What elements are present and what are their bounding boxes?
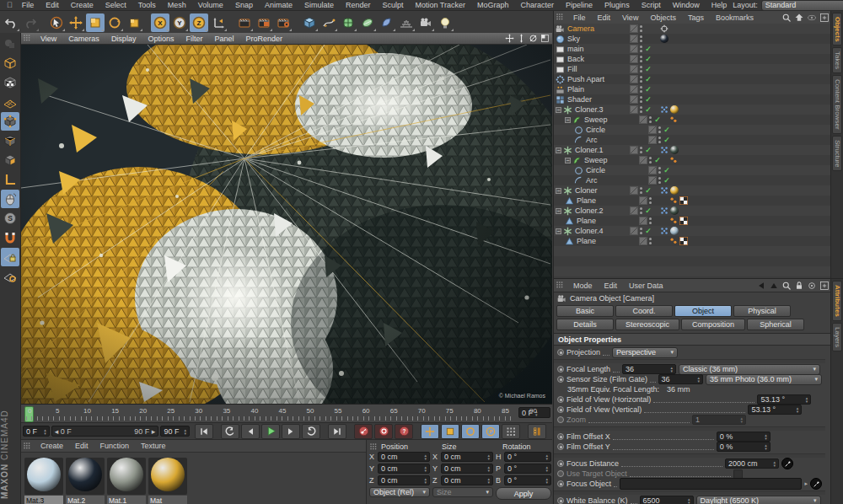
object-row-cloner[interactable]: −Cloner✓ bbox=[554, 185, 831, 196]
visibility-toggles[interactable] bbox=[640, 25, 642, 32]
nav-back-icon[interactable] bbox=[756, 281, 766, 291]
attr-value-field[interactable]: 53.13 °▴▾ bbox=[748, 405, 802, 415]
pan-view[interactable] bbox=[505, 34, 514, 43]
viewport-menu-display[interactable]: Display bbox=[105, 35, 142, 43]
zoom-view[interactable] bbox=[517, 34, 526, 43]
material-tag[interactable] bbox=[670, 186, 679, 195]
tag-checker[interactable] bbox=[679, 217, 688, 225]
keying-help-button[interactable]: ? bbox=[395, 424, 413, 439]
enable-toggle[interactable]: ✓ bbox=[663, 136, 671, 144]
menu-edit[interactable]: Edit bbox=[40, 1, 65, 9]
focus-object-field[interactable] bbox=[620, 478, 802, 490]
end-frame-field[interactable]: 90 F▴▾ bbox=[160, 426, 190, 437]
material-tag[interactable] bbox=[670, 146, 679, 154]
menu-file[interactable]: File bbox=[16, 1, 40, 9]
anim-dot-icon[interactable] bbox=[557, 406, 564, 413]
attr-menu-user-data[interactable]: User Data bbox=[623, 281, 669, 290]
tag-dots[interactable] bbox=[669, 156, 678, 164]
enable-toggle[interactable]: ✓ bbox=[663, 126, 671, 134]
om-menu-objects[interactable]: Objects bbox=[644, 13, 682, 22]
menu-mograph[interactable]: MoGraph bbox=[471, 1, 515, 9]
toggle-view[interactable] bbox=[540, 34, 550, 43]
texture-mode-button[interactable] bbox=[1, 73, 19, 92]
prev-frame-button[interactable] bbox=[241, 424, 260, 439]
visibility-toggles[interactable] bbox=[640, 106, 642, 113]
key-parameter-button[interactable]: P bbox=[481, 424, 500, 439]
enable-toggle[interactable]: ✓ bbox=[644, 186, 652, 195]
material-tag[interactable] bbox=[670, 105, 679, 114]
ram-player-button[interactable] bbox=[528, 424, 546, 439]
menu-snap[interactable]: Snap bbox=[229, 1, 259, 9]
material-menu-edit[interactable]: Edit bbox=[69, 442, 94, 450]
material-item[interactable]: Mat bbox=[148, 456, 187, 504]
menu-tools[interactable]: Tools bbox=[132, 1, 162, 9]
tag-dots[interactable] bbox=[669, 217, 678, 225]
add-subdivision-button[interactable] bbox=[339, 13, 357, 32]
layer-toggle[interactable] bbox=[639, 217, 647, 225]
material-tag[interactable] bbox=[660, 35, 668, 43]
visibility-toggles[interactable] bbox=[640, 187, 642, 194]
object-row-shader[interactable]: Shader✓ bbox=[554, 94, 831, 105]
om-menu-file[interactable]: File bbox=[567, 13, 592, 22]
layer-toggle[interactable] bbox=[630, 146, 638, 154]
object-row-cloner-3[interactable]: −Cloner.3✓ bbox=[554, 105, 831, 115]
menu-volume[interactable]: Volume bbox=[192, 1, 229, 9]
coord-rotation-b-field[interactable]: 0 °▴▾ bbox=[504, 475, 551, 485]
live-selection-button[interactable] bbox=[47, 13, 66, 32]
stepper-icon[interactable]: ▴▾ bbox=[774, 460, 776, 467]
anim-dot-icon[interactable] bbox=[557, 349, 564, 356]
stepper-icon[interactable]: ▴▾ bbox=[424, 453, 427, 460]
tag-target[interactable] bbox=[660, 24, 668, 33]
layer-toggle[interactable] bbox=[630, 45, 638, 53]
visibility-toggles[interactable] bbox=[658, 137, 661, 143]
object-row-push-apart[interactable]: Push Apart✓ bbox=[554, 74, 831, 84]
object-row-back[interactable]: Back✓ bbox=[554, 54, 831, 64]
menu-mesh[interactable]: Mesh bbox=[162, 1, 192, 9]
snap-settings-button[interactable]: S bbox=[1, 209, 19, 228]
points-mode-button[interactable] bbox=[1, 112, 19, 131]
stepper-icon[interactable]: ▴▾ bbox=[671, 366, 674, 373]
mouse-input-button[interactable] bbox=[1, 190, 19, 208]
stepper-icon[interactable]: ▴▾ bbox=[806, 396, 808, 403]
object-row-arc[interactable]: Arc✓ bbox=[554, 175, 831, 185]
enable-toggle[interactable]: ✓ bbox=[644, 227, 652, 235]
enable-toggle[interactable]: ✓ bbox=[644, 146, 652, 154]
add-panel-icon[interactable] bbox=[819, 13, 830, 23]
redo-button[interactable] bbox=[21, 13, 40, 32]
layer-toggle[interactable] bbox=[630, 24, 638, 33]
stepper-icon[interactable]: ▴▾ bbox=[545, 465, 548, 472]
layer-toggle[interactable] bbox=[648, 166, 657, 174]
menu-script[interactable]: Script bbox=[636, 1, 667, 9]
om-menu-edit[interactable]: Edit bbox=[592, 13, 617, 22]
menu-select[interactable]: Select bbox=[99, 1, 132, 9]
visibility-toggles[interactable] bbox=[649, 197, 652, 204]
panel-grip-icon[interactable] bbox=[369, 442, 379, 452]
magnet-snap-button[interactable] bbox=[1, 228, 19, 247]
tab-object[interactable]: Object bbox=[674, 305, 732, 317]
layer-toggle[interactable] bbox=[630, 85, 638, 94]
anim-dot-icon[interactable] bbox=[557, 376, 564, 383]
tag-dots[interactable] bbox=[669, 196, 678, 205]
tab-stereoscopic[interactable]: Stereoscopic bbox=[615, 319, 679, 330]
next-frame-button[interactable] bbox=[282, 424, 300, 439]
material-item[interactable]: Mat.2 bbox=[66, 456, 105, 504]
anim-dot-icon[interactable] bbox=[557, 433, 564, 440]
tab-details[interactable]: Details bbox=[556, 319, 614, 330]
visibility-toggles[interactable] bbox=[649, 157, 652, 164]
layer-toggle[interactable] bbox=[648, 136, 657, 144]
anim-dot-icon[interactable] bbox=[557, 480, 564, 487]
stepper-icon[interactable]: ▴▾ bbox=[44, 428, 46, 435]
nav-up-icon[interactable] bbox=[769, 281, 779, 291]
visibility-toggles[interactable] bbox=[640, 147, 642, 153]
material-item[interactable]: Mat.3 bbox=[24, 456, 63, 504]
tag-mograph[interactable] bbox=[660, 227, 668, 235]
anim-dot-icon[interactable] bbox=[557, 443, 564, 450]
stepper-icon[interactable]: ▴▾ bbox=[487, 477, 490, 484]
menu-plugins[interactable]: Plugins bbox=[599, 1, 636, 9]
menu-window[interactable]: Window bbox=[667, 1, 706, 9]
tab-physical[interactable]: Physical bbox=[733, 305, 791, 317]
attr-value-field[interactable]: 36▴▾ bbox=[658, 374, 703, 384]
visibility-toggles[interactable] bbox=[640, 35, 642, 42]
enable-toggle[interactable]: ✓ bbox=[663, 176, 671, 185]
stepper-icon[interactable]: ▴▾ bbox=[741, 416, 744, 423]
